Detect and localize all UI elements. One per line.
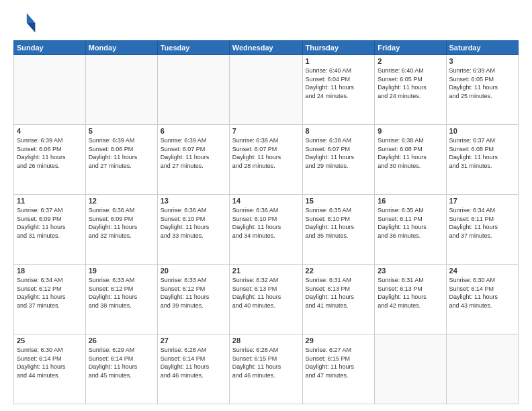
page: SundayMondayTuesdayWednesdayThursdayFrid… xyxy=(0,0,532,411)
day-cell: 23Sunrise: 6:31 AM Sunset: 6:13 PM Dayli… xyxy=(375,265,446,334)
day-info: Sunrise: 6:30 AM Sunset: 6:14 PM Dayligh… xyxy=(449,276,515,310)
day-cell: 13Sunrise: 6:36 AM Sunset: 6:10 PM Dayli… xyxy=(157,195,229,265)
day-number: 2 xyxy=(378,57,443,65)
day-info: Sunrise: 6:33 AM Sunset: 6:12 PM Dayligh… xyxy=(89,276,154,310)
day-number: 10 xyxy=(449,127,515,135)
day-info: Sunrise: 6:28 AM Sunset: 6:15 PM Dayligh… xyxy=(232,346,300,379)
day-cell: 27Sunrise: 6:28 AM Sunset: 6:14 PM Dayli… xyxy=(157,334,229,404)
day-number: 28 xyxy=(232,336,300,345)
day-cell: 14Sunrise: 6:36 AM Sunset: 6:10 PM Dayli… xyxy=(229,195,302,265)
day-cell xyxy=(157,55,229,125)
day-number: 22 xyxy=(306,267,372,275)
day-cell: 29Sunrise: 6:27 AM Sunset: 6:15 PM Dayli… xyxy=(302,334,375,404)
day-number: 14 xyxy=(232,197,300,205)
day-cell: 9Sunrise: 6:38 AM Sunset: 6:08 PM Daylig… xyxy=(375,125,446,195)
day-info: Sunrise: 6:36 AM Sunset: 6:10 PM Dayligh… xyxy=(161,206,226,240)
day-cell: 17Sunrise: 6:34 AM Sunset: 6:11 PM Dayli… xyxy=(446,195,518,265)
day-cell: 1Sunrise: 6:40 AM Sunset: 6:04 PM Daylig… xyxy=(302,55,375,125)
week-row-4: 25Sunrise: 6:30 AM Sunset: 6:14 PM Dayli… xyxy=(14,334,519,404)
day-number: 20 xyxy=(161,267,226,275)
day-number: 15 xyxy=(306,197,372,205)
header xyxy=(13,11,519,35)
day-cell: 3Sunrise: 6:39 AM Sunset: 6:05 PM Daylig… xyxy=(446,55,518,125)
day-number: 4 xyxy=(17,127,83,135)
day-cell: 5Sunrise: 6:39 AM Sunset: 6:06 PM Daylig… xyxy=(85,125,157,195)
day-info: Sunrise: 6:36 AM Sunset: 6:10 PM Dayligh… xyxy=(232,206,300,240)
weekday-wednesday: Wednesday xyxy=(229,41,302,55)
day-number: 7 xyxy=(232,127,300,135)
day-info: Sunrise: 6:34 AM Sunset: 6:12 PM Dayligh… xyxy=(17,276,83,310)
day-number: 12 xyxy=(89,197,154,205)
day-cell: 28Sunrise: 6:28 AM Sunset: 6:15 PM Dayli… xyxy=(229,334,302,404)
day-number: 17 xyxy=(449,197,515,205)
day-cell: 4Sunrise: 6:39 AM Sunset: 6:06 PM Daylig… xyxy=(14,125,86,195)
day-number: 23 xyxy=(378,267,443,275)
day-info: Sunrise: 6:40 AM Sunset: 6:04 PM Dayligh… xyxy=(306,66,372,100)
day-number: 27 xyxy=(161,336,226,345)
day-cell: 6Sunrise: 6:39 AM Sunset: 6:07 PM Daylig… xyxy=(157,125,229,195)
day-number: 6 xyxy=(161,127,226,135)
day-cell xyxy=(229,55,302,125)
day-cell: 24Sunrise: 6:30 AM Sunset: 6:14 PM Dayli… xyxy=(446,265,518,334)
day-cell: 22Sunrise: 6:31 AM Sunset: 6:13 PM Dayli… xyxy=(302,265,375,334)
day-number: 21 xyxy=(232,267,300,275)
day-number: 29 xyxy=(306,336,372,345)
day-info: Sunrise: 6:35 AM Sunset: 6:10 PM Dayligh… xyxy=(306,206,372,240)
day-info: Sunrise: 6:32 AM Sunset: 6:13 PM Dayligh… xyxy=(232,276,300,310)
day-info: Sunrise: 6:38 AM Sunset: 6:07 PM Dayligh… xyxy=(232,136,300,170)
day-cell: 20Sunrise: 6:33 AM Sunset: 6:12 PM Dayli… xyxy=(157,265,229,334)
day-info: Sunrise: 6:33 AM Sunset: 6:12 PM Dayligh… xyxy=(161,276,226,310)
day-cell: 26Sunrise: 6:29 AM Sunset: 6:14 PM Dayli… xyxy=(85,334,157,404)
day-info: Sunrise: 6:39 AM Sunset: 6:07 PM Dayligh… xyxy=(161,136,226,170)
weekday-header-row: SundayMondayTuesdayWednesdayThursdayFrid… xyxy=(14,41,519,55)
day-cell: 8Sunrise: 6:38 AM Sunset: 6:07 PM Daylig… xyxy=(302,125,375,195)
day-info: Sunrise: 6:35 AM Sunset: 6:11 PM Dayligh… xyxy=(378,206,443,240)
weekday-thursday: Thursday xyxy=(302,41,375,55)
day-number: 1 xyxy=(306,57,372,65)
day-info: Sunrise: 6:36 AM Sunset: 6:09 PM Dayligh… xyxy=(89,206,154,240)
day-info: Sunrise: 6:37 AM Sunset: 6:09 PM Dayligh… xyxy=(17,206,83,240)
logo-icon xyxy=(13,11,38,35)
day-number: 9 xyxy=(378,127,443,135)
svg-marker-1 xyxy=(27,23,36,32)
day-cell: 16Sunrise: 6:35 AM Sunset: 6:11 PM Dayli… xyxy=(375,195,446,265)
day-info: Sunrise: 6:38 AM Sunset: 6:08 PM Dayligh… xyxy=(378,136,443,170)
day-cell: 21Sunrise: 6:32 AM Sunset: 6:13 PM Dayli… xyxy=(229,265,302,334)
logo xyxy=(13,11,40,35)
day-number: 5 xyxy=(89,127,154,135)
day-cell: 19Sunrise: 6:33 AM Sunset: 6:12 PM Dayli… xyxy=(85,265,157,334)
weekday-friday: Friday xyxy=(375,41,446,55)
day-info: Sunrise: 6:37 AM Sunset: 6:08 PM Dayligh… xyxy=(449,136,515,170)
day-number: 26 xyxy=(89,336,154,345)
day-cell xyxy=(446,334,518,404)
day-number: 19 xyxy=(89,267,154,275)
week-row-1: 4Sunrise: 6:39 AM Sunset: 6:06 PM Daylig… xyxy=(14,125,519,195)
day-number: 13 xyxy=(161,197,226,205)
day-cell xyxy=(85,55,157,125)
day-cell: 10Sunrise: 6:37 AM Sunset: 6:08 PM Dayli… xyxy=(446,125,518,195)
weekday-tuesday: Tuesday xyxy=(157,41,229,55)
day-cell: 2Sunrise: 6:40 AM Sunset: 6:05 PM Daylig… xyxy=(375,55,446,125)
day-cell xyxy=(14,55,86,125)
day-info: Sunrise: 6:40 AM Sunset: 6:05 PM Dayligh… xyxy=(378,66,443,100)
week-row-2: 11Sunrise: 6:37 AM Sunset: 6:09 PM Dayli… xyxy=(14,195,519,265)
calendar: SundayMondayTuesdayWednesdayThursdayFrid… xyxy=(13,40,519,404)
day-info: Sunrise: 6:39 AM Sunset: 6:05 PM Dayligh… xyxy=(449,66,515,100)
week-row-0: 1Sunrise: 6:40 AM Sunset: 6:04 PM Daylig… xyxy=(14,55,519,125)
day-info: Sunrise: 6:39 AM Sunset: 6:06 PM Dayligh… xyxy=(17,136,83,170)
day-info: Sunrise: 6:31 AM Sunset: 6:13 PM Dayligh… xyxy=(378,276,443,310)
day-cell: 12Sunrise: 6:36 AM Sunset: 6:09 PM Dayli… xyxy=(85,195,157,265)
day-info: Sunrise: 6:29 AM Sunset: 6:14 PM Dayligh… xyxy=(89,346,154,379)
day-info: Sunrise: 6:39 AM Sunset: 6:06 PM Dayligh… xyxy=(89,136,154,170)
day-info: Sunrise: 6:31 AM Sunset: 6:13 PM Dayligh… xyxy=(306,276,372,310)
svg-marker-0 xyxy=(27,13,36,23)
day-number: 18 xyxy=(17,267,83,275)
day-info: Sunrise: 6:34 AM Sunset: 6:11 PM Dayligh… xyxy=(449,206,515,240)
calendar-table: SundayMondayTuesdayWednesdayThursdayFrid… xyxy=(13,40,519,404)
day-info: Sunrise: 6:28 AM Sunset: 6:14 PM Dayligh… xyxy=(161,346,226,379)
day-cell: 25Sunrise: 6:30 AM Sunset: 6:14 PM Dayli… xyxy=(14,334,86,404)
day-cell: 7Sunrise: 6:38 AM Sunset: 6:07 PM Daylig… xyxy=(229,125,302,195)
day-number: 8 xyxy=(306,127,372,135)
day-info: Sunrise: 6:38 AM Sunset: 6:07 PM Dayligh… xyxy=(306,136,372,170)
day-cell: 15Sunrise: 6:35 AM Sunset: 6:10 PM Dayli… xyxy=(302,195,375,265)
